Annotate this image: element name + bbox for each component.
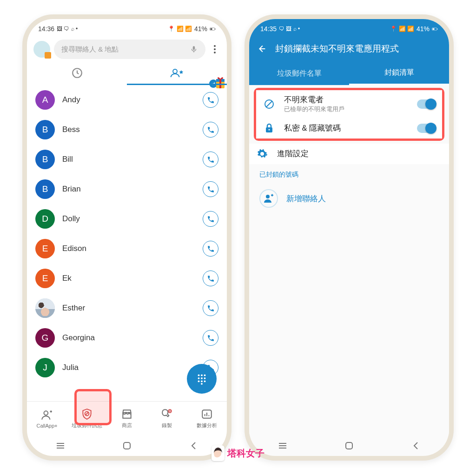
contacts-list[interactable]: AAndyBBessBBillBBrianDDollyEEdisonEEkEst… xyxy=(27,85,227,401)
status-battery: 41% xyxy=(194,25,207,33)
svg-point-30 xyxy=(269,129,270,131)
call-button[interactable] xyxy=(203,241,218,257)
toggle-private-numbers[interactable] xyxy=(417,124,436,133)
screen-right: 14:35 🗨 🖼 ⌕ • 📍 📶 📶 41% 封鎖攔截未知不明來電應用程式 垃… xyxy=(249,19,449,456)
status-time: 14:36 xyxy=(38,25,54,33)
contact-name: Andy xyxy=(62,95,195,105)
svg-point-16 xyxy=(201,380,203,382)
contact-name: Dolly xyxy=(62,214,195,224)
svg-rect-24 xyxy=(124,442,130,449)
svg-point-4 xyxy=(173,69,177,73)
svg-rect-26 xyxy=(433,28,435,29)
contact-row[interactable]: AAndy xyxy=(27,85,227,115)
android-back[interactable] xyxy=(399,442,432,450)
tab-contacts[interactable] xyxy=(127,61,227,85)
svg-point-15 xyxy=(198,380,200,382)
contact-name: Georgina xyxy=(62,333,195,343)
setting-subtitle: 已檢舉的不明來電用戶 xyxy=(284,106,409,113)
gift-badge-icon[interactable] xyxy=(206,71,227,92)
contact-row[interactable]: DDolly xyxy=(27,204,227,234)
contact-avatar: D xyxy=(35,209,55,229)
status-bar: 14:36 🖼 🗨 ⌕ • 📍 📶 📶 41% xyxy=(27,19,227,36)
back-icon[interactable] xyxy=(257,44,267,54)
section-blocked-numbers: 已封鎖的號碼 xyxy=(249,164,449,183)
contact-avatar: E xyxy=(35,239,55,258)
call-button[interactable] xyxy=(203,211,218,227)
call-button[interactable] xyxy=(203,122,218,138)
watermark-avatar-icon xyxy=(212,445,225,461)
svg-rect-1 xyxy=(211,28,212,29)
header-row: 搜尋聯絡人 & 地點 xyxy=(27,36,227,61)
bottom-nav: CallApp+ 垃圾郵件訊息 商店 錄製 數據分析 xyxy=(27,401,227,435)
contact-avatar xyxy=(35,298,55,318)
nav-record[interactable]: 錄製 xyxy=(147,402,187,435)
nav-store[interactable]: 商店 xyxy=(107,402,147,435)
android-nav-bar xyxy=(249,435,449,456)
page-title: 封鎖攔截未知不明來電應用程式 xyxy=(275,43,399,55)
add-contact-button[interactable]: 新增聯絡人 xyxy=(249,183,449,214)
highlight-box-block-settings: 不明來電者 已檢舉的不明來電用戶 私密 & 隱藏號碼 xyxy=(254,88,444,141)
status-time: 14:35 xyxy=(260,25,277,33)
tab-history[interactable] xyxy=(27,61,127,85)
svg-point-22 xyxy=(169,410,171,412)
call-button[interactable] xyxy=(203,270,218,286)
contact-row[interactable]: GGeorgina xyxy=(27,323,227,353)
row-advanced-settings[interactable]: 進階設定 xyxy=(249,144,449,164)
status-icons-left: 🗨 🖼 ⌕ • xyxy=(279,26,300,32)
store-icon xyxy=(121,408,133,420)
contact-avatar: B xyxy=(35,179,55,199)
dialpad-icon xyxy=(196,373,208,385)
toggle-unknown-callers[interactable] xyxy=(417,99,436,109)
android-recents[interactable] xyxy=(266,442,299,449)
tab-underline xyxy=(127,84,227,85)
overflow-menu[interactable] xyxy=(209,42,220,56)
android-recents[interactable] xyxy=(44,442,77,449)
search-input[interactable]: 搜尋聯絡人 & 地點 xyxy=(54,40,205,59)
battery-icon xyxy=(210,26,216,32)
watermark-text: 塔科女子 xyxy=(227,447,264,460)
nav-callapp[interactable]: CallApp+ xyxy=(27,402,67,435)
nav-analytics[interactable]: 數據分析 xyxy=(187,402,227,435)
chart-icon xyxy=(201,408,213,420)
call-button[interactable] xyxy=(203,330,218,346)
block-icon xyxy=(263,99,276,110)
row-private-numbers[interactable]: 私密 & 隱藏號碼 xyxy=(256,118,442,139)
svg-point-19 xyxy=(44,411,48,415)
tab-block-list[interactable]: 封鎖清單 xyxy=(349,62,449,85)
contact-name: Bill xyxy=(62,155,195,164)
nav-label: 錄製 xyxy=(162,422,172,429)
row-unknown-callers[interactable]: 不明來電者 已檢舉的不明來電用戶 xyxy=(256,90,442,118)
screen-left: 14:36 🖼 🗨 ⌕ • 📍 📶 📶 41% 搜尋聯絡人 & 地點 xyxy=(27,19,227,456)
call-button[interactable] xyxy=(203,152,218,167)
battery-icon xyxy=(432,26,438,32)
android-back[interactable] xyxy=(177,442,210,450)
android-home[interactable] xyxy=(111,442,143,450)
add-contact-label: 新增聯絡人 xyxy=(286,193,326,204)
contact-row[interactable]: EEdison xyxy=(27,234,227,264)
contact-row[interactable]: Esther xyxy=(27,293,227,323)
svg-rect-32 xyxy=(346,442,352,449)
contact-row[interactable]: BBill xyxy=(27,145,227,174)
svg-point-12 xyxy=(198,377,200,379)
main-tabs xyxy=(27,61,227,85)
profile-avatar[interactable] xyxy=(33,41,50,58)
contact-name: Esther xyxy=(62,303,195,313)
clock-icon xyxy=(71,67,83,79)
call-button[interactable] xyxy=(203,300,218,316)
contact-row[interactable]: BBrian xyxy=(27,174,227,204)
android-nav-bar xyxy=(27,435,227,456)
call-button[interactable] xyxy=(203,181,218,197)
tab-spam-list[interactable]: 垃圾郵件名單 xyxy=(249,62,349,85)
contact-row[interactable]: BBess xyxy=(27,115,227,145)
svg-point-13 xyxy=(201,377,203,379)
dialpad-fab[interactable] xyxy=(187,364,217,394)
android-home[interactable] xyxy=(333,442,365,450)
call-button[interactable] xyxy=(203,92,218,108)
svg-point-9 xyxy=(198,374,200,376)
contact-row[interactable]: EEk xyxy=(27,264,227,293)
status-icons-left: 🖼 🗨 ⌕ • xyxy=(57,26,78,32)
person-plus-icon xyxy=(41,409,53,421)
microphone-icon[interactable] xyxy=(190,45,198,53)
svg-point-10 xyxy=(201,374,203,376)
watermark: 塔科女子 xyxy=(212,445,264,461)
